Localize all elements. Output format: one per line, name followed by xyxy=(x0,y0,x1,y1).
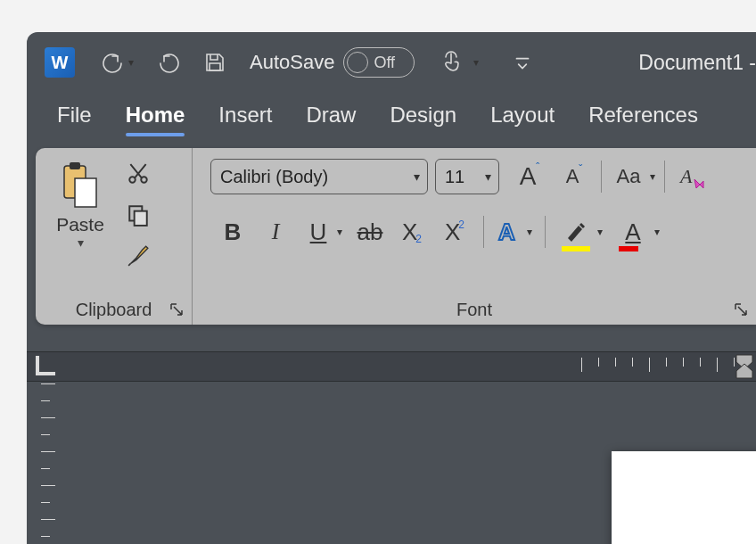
chevron-down-icon: ▾ xyxy=(414,169,420,184)
tab-layout[interactable]: Layout xyxy=(490,103,555,133)
tab-insert[interactable]: Insert xyxy=(218,103,272,133)
document-page[interactable] xyxy=(612,451,756,544)
autosave-state: Off xyxy=(374,54,395,72)
horizontal-ruler[interactable] xyxy=(581,358,735,375)
clear-formatting-icon: A xyxy=(678,163,705,190)
shrink-font-icon: A xyxy=(566,165,579,188)
highlight-icon xyxy=(558,214,594,250)
change-case-icon: Aa xyxy=(611,159,646,194)
chevron-down-icon: ▾ xyxy=(650,170,655,183)
chevron-down-icon: ▾ xyxy=(597,226,603,238)
touch-icon xyxy=(440,51,463,74)
clear-formatting-button[interactable]: A xyxy=(674,159,710,194)
tab-home[interactable]: Home xyxy=(126,103,185,133)
paste-icon xyxy=(59,161,102,214)
dialog-launcher-icon xyxy=(733,301,749,317)
save-button[interactable] xyxy=(196,45,234,80)
strikethrough-button[interactable]: ab xyxy=(355,214,385,250)
indent-marker[interactable] xyxy=(733,353,756,383)
change-case-button[interactable]: Aa ▾ xyxy=(611,159,655,194)
tab-design[interactable]: Design xyxy=(390,103,456,133)
chevron-down-icon: ▾ xyxy=(473,56,479,69)
vertical-ruler[interactable] xyxy=(41,383,55,537)
text-effects-icon: A xyxy=(497,218,523,245)
autosave-toggle-container: AutoSave Off xyxy=(250,47,415,78)
svg-marker-10 xyxy=(736,364,752,378)
group-label-font: Font xyxy=(193,294,756,325)
undo-button[interactable]: ▾ xyxy=(94,45,141,80)
autosave-label: AutoSave xyxy=(250,51,334,74)
underline-icon: U xyxy=(303,214,333,250)
ruler-corner-icon xyxy=(36,356,55,375)
group-clipboard: Paste ▾ Clipboard xyxy=(36,148,192,325)
separator xyxy=(601,161,602,193)
document-area[interactable] xyxy=(70,382,756,544)
customize-qat-button[interactable] xyxy=(504,45,541,80)
group-font: Calibri (Body) ▾ 11 ▾ Aˆ Aˇ xyxy=(193,148,756,325)
italic-button[interactable]: I xyxy=(260,214,291,250)
svg-text:A: A xyxy=(678,165,693,187)
bold-button[interactable]: B xyxy=(218,214,248,250)
paintbrush-icon xyxy=(127,244,150,268)
title-bar: W ▾ AutoSave Off ▾ Document1 - xyxy=(27,32,756,93)
undo-icon xyxy=(102,51,125,74)
separator xyxy=(483,216,484,248)
highlight-color-button[interactable]: ▾ xyxy=(558,214,603,250)
chevron-down-icon: ▾ xyxy=(654,226,660,238)
tab-references[interactable]: References xyxy=(588,103,698,133)
copy-icon xyxy=(127,203,150,227)
document-title: Document1 - xyxy=(638,51,756,75)
separator xyxy=(545,216,546,248)
ruler-area xyxy=(27,351,756,382)
grow-font-button[interactable]: Aˆ xyxy=(512,159,547,194)
dialog-launcher-icon xyxy=(168,301,185,317)
scissors-icon xyxy=(127,162,150,185)
svg-point-4 xyxy=(141,177,147,183)
grow-font-icon: A xyxy=(520,162,537,191)
chevron-down-icon: ▾ xyxy=(337,226,342,238)
font-launcher[interactable] xyxy=(733,301,751,319)
shrink-font-button[interactable]: Aˇ xyxy=(556,159,592,194)
ribbon-tabs: File Home Insert Draw Design Layout Refe… xyxy=(27,93,756,143)
svg-rect-2 xyxy=(75,178,96,207)
font-color-swatch xyxy=(619,246,638,251)
svg-rect-1 xyxy=(70,162,80,169)
svg-point-3 xyxy=(129,177,136,183)
svg-text:A: A xyxy=(498,218,515,245)
overflow-icon xyxy=(511,51,534,74)
tab-file[interactable]: File xyxy=(57,103,92,133)
ribbon: Paste ▾ Clipboard xyxy=(36,148,756,325)
svg-rect-6 xyxy=(135,211,147,226)
word-app-icon: W xyxy=(45,47,75,78)
underline-button[interactable]: U ▾ xyxy=(303,214,342,250)
font-size-value: 11 xyxy=(445,167,464,187)
chevron-down-icon: ▾ xyxy=(485,169,491,184)
highlight-color-swatch xyxy=(562,246,590,251)
tab-draw[interactable]: Draw xyxy=(306,103,356,133)
save-icon xyxy=(203,51,226,74)
chevron-down-icon: ▾ xyxy=(78,235,84,250)
superscript-button[interactable]: X2 xyxy=(440,214,471,250)
clipboard-launcher[interactable] xyxy=(168,301,186,319)
cut-button[interactable] xyxy=(121,157,155,191)
paste-label: Paste xyxy=(56,214,104,235)
toggle-knob xyxy=(347,52,368,73)
font-size-combo[interactable]: 11 ▾ xyxy=(435,159,499,194)
font-color-button[interactable]: A ▾ xyxy=(615,214,660,250)
chevron-down-icon: ▾ xyxy=(128,56,134,69)
copy-button[interactable] xyxy=(121,198,155,232)
redo-icon xyxy=(157,51,180,74)
format-painter-button[interactable] xyxy=(121,239,155,273)
font-name-combo[interactable]: Calibri (Body) ▾ xyxy=(210,159,428,194)
redo-button[interactable] xyxy=(150,45,187,80)
subscript-button[interactable]: X2 xyxy=(398,214,428,250)
font-color-icon: A xyxy=(615,214,651,250)
paste-button[interactable]: Paste ▾ xyxy=(45,157,116,250)
text-effects-button[interactable]: A ▾ xyxy=(497,218,532,245)
font-name-value: Calibri (Body) xyxy=(220,167,328,187)
touch-mode-button[interactable]: ▾ xyxy=(432,45,486,80)
separator xyxy=(664,161,665,193)
chevron-down-icon: ▾ xyxy=(527,226,532,238)
word-window: W ▾ AutoSave Off ▾ Document1 - xyxy=(27,32,756,544)
autosave-toggle[interactable]: Off xyxy=(343,47,415,78)
